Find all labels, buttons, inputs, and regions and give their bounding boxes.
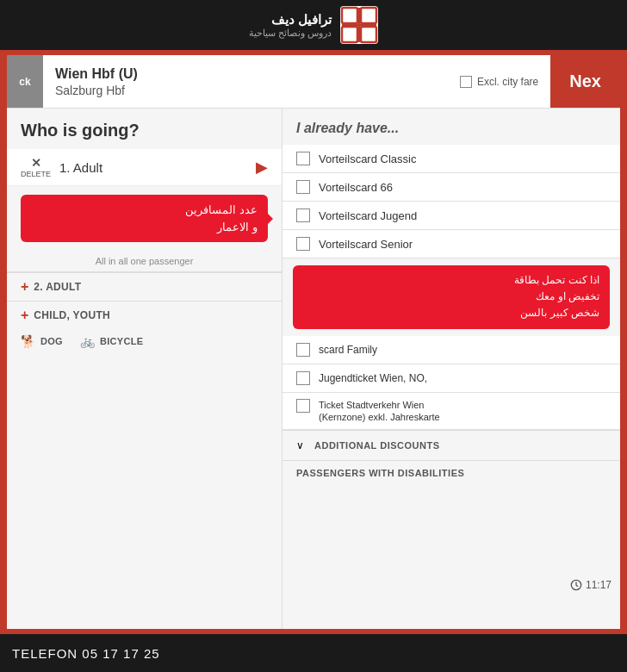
vorteilscard-jugend-label: Vorteilscard Jugend	[319, 209, 417, 222]
right-panel-title: I already have...	[282, 109, 620, 145]
outer-frame: ترافيل ديف دروس ونصائح سياحية ck Wien	[0, 0, 627, 672]
city-fare-label: Ticket Stadtverkehr Wien(Kernzone) exkl.…	[319, 399, 440, 424]
telefon-text: TELEFON 05 17 17 25	[12, 646, 160, 661]
annotation-bubble-passengers: عدد المسافرين و الاعمار	[21, 195, 268, 242]
add-adult-label: 2. ADULT	[34, 281, 81, 293]
logo-bar: ترافيل ديف دروس ونصائح سياحية	[0, 0, 627, 50]
logo-text: ترافيل ديف دروس ونصائح سياحية	[249, 12, 332, 39]
vorteilscard-66-checkbox[interactable]	[296, 180, 310, 194]
vorteilscard-classic-label: Vorteilscard Classic	[319, 152, 416, 165]
passengers-disabilities-button[interactable]: PASSENGERS WITH DISABILITIES	[282, 460, 620, 485]
vorteilscard-jugend-checkbox[interactable]	[296, 208, 310, 222]
vorteilscard-senior-checkbox[interactable]	[296, 237, 310, 251]
annotation-bubble-discount: اذا كنت تحمل بطاقة تخفيض او معك شخص كبير…	[293, 265, 610, 329]
time-area: 11:17	[570, 579, 611, 591]
add-adult-button[interactable]: + 2. ADULT	[7, 272, 282, 301]
logo-title: ترافيل ديف	[249, 12, 332, 28]
route-from: Wien Hbf (U)	[55, 66, 436, 82]
chevron-down-icon: ∨	[296, 439, 304, 451]
vorteilscard-classic-row[interactable]: Vorteilscard Classic	[282, 145, 620, 173]
add-dog-button[interactable]: 🐕 DOG	[21, 334, 63, 348]
back-button[interactable]: ck	[7, 55, 43, 108]
bottom-bar: TELEFON 05 17 17 25	[0, 634, 627, 672]
logo-icon	[340, 6, 378, 44]
svg-line-9	[576, 585, 578, 586]
header-row: ck Wien Hbf (U) Salzburg Hbf Excl. city …	[7, 55, 620, 109]
jugendticket-row[interactable]: Jugendticket Wien, NO,	[282, 364, 620, 393]
excl-city-checkbox[interactable]	[460, 76, 472, 88]
vorteilscard-senior-label: Vorteilscard Senior	[319, 238, 413, 251]
scard-family-row[interactable]: scard Family	[282, 336, 620, 364]
jugendticket-label: Jugendticket Wien, NO,	[319, 372, 427, 384]
add-adult-icon: +	[21, 279, 28, 295]
vorteilscard-senior-row[interactable]: Vorteilscard Senior	[282, 230, 620, 258]
next-label: Nex	[569, 72, 601, 91]
route-info: Wien Hbf (U) Salzburg Hbf	[43, 55, 448, 108]
passenger-label-1: 1. Adult	[59, 160, 256, 175]
scard-family-checkbox[interactable]	[296, 343, 310, 357]
annotation-text-discount: اذا كنت تحمل بطاقة تخفيض او معك شخص كبير…	[514, 274, 599, 319]
dog-label: DOG	[40, 336, 63, 346]
delete-label: DELETE	[21, 170, 51, 178]
excl-city-label: Excl. city fare	[477, 76, 538, 88]
excl-city-fare[interactable]: Excl. city fare	[448, 69, 550, 95]
city-fare-row[interactable]: Ticket Stadtverkehr Wien(Kernzone) exkl.…	[282, 393, 620, 431]
add-bicycle-button[interactable]: 🚲 BICYCLE	[80, 334, 143, 348]
add-row-group: + 2. ADULT + CHILD, YOUTH	[7, 271, 282, 329]
left-panel-title: Who is going?	[7, 109, 282, 149]
special-row: 🐕 DOG 🚲 BICYCLE	[7, 329, 282, 353]
passengers-disabilities-label: PASSENGERS WITH DISABILITIES	[296, 468, 464, 478]
annotation-text-passengers: عدد المسافرين و الاعمار	[185, 203, 258, 233]
add-child-label: CHILD, YOUTH	[34, 309, 110, 321]
delete-button[interactable]: ✕ DELETE	[21, 156, 51, 178]
logo-subtitle: دروس ونصائح سياحية	[249, 28, 332, 39]
screen: ck Wien Hbf (U) Salzburg Hbf Excl. city …	[7, 55, 620, 629]
passenger-row-1: ✕ DELETE 1. Adult ▶	[7, 149, 282, 186]
time-display: 11:17	[586, 579, 611, 591]
right-panel: I already have... Vorteilscard Classic V…	[282, 109, 620, 629]
city-fare-checkbox[interactable]	[296, 399, 310, 413]
additional-discounts-button[interactable]: ∨ ADDITIONAL DISCOUNTS	[282, 430, 620, 460]
summary-text: All in all one passenger	[7, 251, 282, 271]
delete-x-icon: ✕	[31, 156, 41, 170]
add-child-icon: +	[21, 308, 28, 323]
vorteilscard-66-label: Vorteilscard 66	[319, 181, 393, 194]
next-button[interactable]: Nex	[550, 55, 620, 108]
bicycle-icon: 🚲	[80, 334, 95, 348]
passenger-arrow-icon: ▶	[256, 158, 268, 177]
add-child-button[interactable]: + CHILD, YOUTH	[7, 301, 282, 329]
jugendticket-checkbox[interactable]	[296, 371, 310, 385]
left-panel: Who is going? ✕ DELETE 1. Adult ▶ عدد ال…	[7, 109, 282, 629]
vorteilscard-classic-checkbox[interactable]	[296, 152, 310, 165]
route-to: Salzburg Hbf	[55, 84, 436, 97]
additional-discounts-label: ADDITIONAL DISCOUNTS	[314, 440, 439, 451]
scard-family-label: scard Family	[319, 344, 377, 356]
logo-container: ترافيل ديف دروس ونصائح سياحية	[249, 6, 378, 44]
vorteilscard-jugend-row[interactable]: Vorteilscard Jugend	[282, 202, 620, 230]
vorteilscard-66-row[interactable]: Vorteilscard 66	[282, 173, 620, 202]
clock-icon	[570, 579, 582, 591]
main-content: Who is going? ✕ DELETE 1. Adult ▶ عدد ال…	[7, 109, 620, 629]
bicycle-label: BICYCLE	[100, 336, 143, 346]
dog-icon: 🐕	[21, 334, 35, 348]
